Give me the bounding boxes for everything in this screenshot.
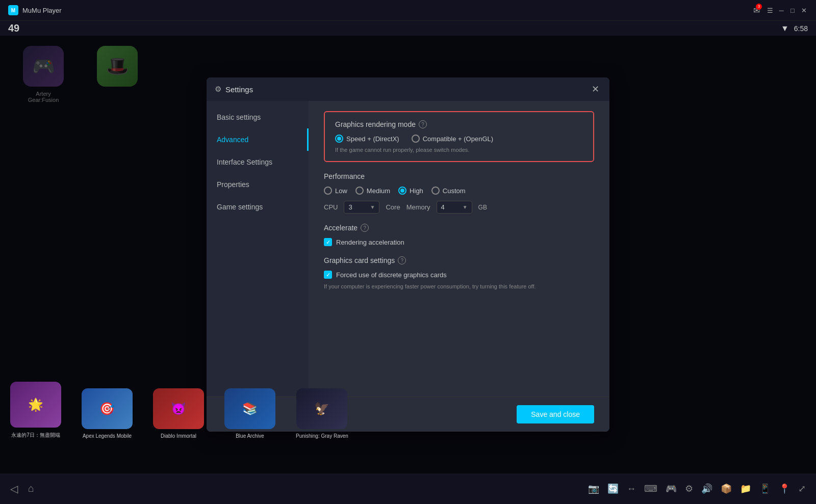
punishing-label: Punishing: Gray Raven bbox=[296, 433, 348, 439]
rendering-acceleration-row: ✓ Rendering acceleration bbox=[324, 238, 594, 246]
blue-archive-label: Blue Archive bbox=[236, 433, 264, 439]
radio-dot-speed bbox=[337, 137, 341, 141]
close-dialog-btn[interactable]: ✕ bbox=[589, 83, 601, 95]
radio-circle-high bbox=[398, 187, 406, 195]
punishing-thumb: 🦅 bbox=[296, 388, 347, 429]
radio-circle-speed bbox=[335, 135, 343, 143]
accelerate-section: Accelerate ? ✓ Rendering acceleration bbox=[324, 224, 594, 246]
dialog-body: Basic settings Advanced Interface Settin… bbox=[207, 101, 609, 396]
sidebar-item-advanced[interactable]: Advanced bbox=[207, 128, 309, 151]
radio-label-low: Low bbox=[335, 187, 347, 195]
settings-content: Graphics rendering mode ? Speed + (Direc… bbox=[309, 101, 609, 396]
settings-icon[interactable]: ⚙ bbox=[685, 483, 693, 494]
forced-discrete-row: ✓ Forced use of discrete graphics cards bbox=[324, 271, 594, 279]
sidebar-item-game-settings[interactable]: Game settings bbox=[207, 196, 309, 218]
graphics-card-help[interactable]: ? bbox=[398, 256, 406, 264]
rendering-acceleration-checkbox[interactable]: ✓ bbox=[324, 238, 332, 246]
radio-speed-directx[interactable]: Speed + (DirectX) bbox=[335, 135, 399, 143]
performance-section: Performance Low Medium bbox=[324, 172, 594, 214]
volume-icon[interactable]: 🔊 bbox=[701, 483, 712, 494]
battery-number: 49 bbox=[8, 22, 19, 34]
accelerate-title: Accelerate ? bbox=[324, 224, 594, 232]
memory-label: Memory bbox=[406, 203, 430, 211]
status-bar: 49 ▼ 6:58 bbox=[0, 20, 816, 36]
rendering-acceleration-label: Rendering acceleration bbox=[336, 238, 404, 246]
back-icon[interactable]: ◁ bbox=[10, 483, 18, 495]
cpu-label: CPU bbox=[324, 203, 338, 211]
home-icon[interactable]: ⌂ bbox=[28, 483, 34, 495]
forced-check-mark: ✓ bbox=[326, 272, 330, 278]
cpu-select[interactable]: 3 ▼ bbox=[344, 201, 379, 214]
maximize-btn[interactable]: □ bbox=[788, 6, 797, 14]
core-label: Core bbox=[386, 203, 400, 211]
sidebar-item-properties[interactable]: Properties bbox=[207, 173, 309, 196]
memory-value: 4 bbox=[441, 203, 445, 211]
gear-icon: ⚙ bbox=[215, 85, 221, 94]
accelerate-help[interactable]: ? bbox=[361, 224, 369, 232]
screen-record-icon[interactable]: 📷 bbox=[588, 483, 599, 494]
main-area: 🎮 Artery Gear:Fusion 🎩 ⚙ Settings ✕ bbox=[0, 36, 816, 473]
cpu-value: 3 bbox=[348, 203, 352, 211]
app-title: MuMu Player bbox=[22, 7, 62, 14]
window-controls: ✉ 3 ☰ ─ □ ✕ bbox=[753, 6, 808, 15]
graphics-card-title: Graphics card settings ? bbox=[324, 256, 594, 264]
sidebar-item-basic-settings[interactable]: Basic settings bbox=[207, 106, 309, 128]
blue-archive-thumb: 📚 bbox=[224, 388, 275, 429]
game-thumb-apex[interactable]: 🎯 Apex Legends Mobile bbox=[82, 388, 133, 439]
radio-perf-low[interactable]: Low bbox=[324, 187, 347, 195]
radio-label-custom: Custom bbox=[443, 187, 466, 195]
share-icon[interactable]: ↔ bbox=[627, 484, 636, 494]
cpu-memory-row: CPU 3 ▼ Core Memory 4 ▼ GB bbox=[324, 201, 594, 214]
radio-label-compat: Compatible + (OpenGL) bbox=[423, 135, 493, 143]
apk-icon[interactable]: 📦 bbox=[721, 483, 732, 494]
radio-dot-high bbox=[400, 189, 404, 193]
status-right: ▼ 6:58 bbox=[781, 24, 808, 33]
eternal-label: 永遠的7日：無盡開端 bbox=[11, 432, 60, 439]
memory-select[interactable]: 4 ▼ bbox=[437, 201, 472, 214]
check-mark: ✓ bbox=[326, 239, 330, 246]
game-thumb-punishing[interactable]: 🦅 Punishing: Gray Raven bbox=[296, 388, 348, 439]
game-thumb-blue-archive[interactable]: 📚 Blue Archive bbox=[224, 388, 275, 439]
radio-circle-custom bbox=[431, 187, 440, 195]
dialog-title-row: ⚙ Settings bbox=[215, 85, 253, 94]
wifi-icon: ▼ bbox=[781, 24, 789, 33]
time-display: 6:58 bbox=[794, 24, 808, 33]
phone-icon[interactable]: 📱 bbox=[759, 483, 771, 494]
menu-btn[interactable]: ☰ bbox=[766, 6, 774, 14]
memory-arrow: ▼ bbox=[463, 204, 468, 210]
radio-perf-medium[interactable]: Medium bbox=[355, 187, 390, 195]
game-thumb-eternal[interactable]: 🌟 永遠的7日：無盡開端 bbox=[10, 382, 61, 439]
notification-icon[interactable]: ✉ 3 bbox=[753, 6, 760, 15]
radio-perf-custom[interactable]: Custom bbox=[431, 187, 466, 195]
notification-badge: 3 bbox=[756, 4, 762, 10]
sidebar-item-interface-settings[interactable]: Interface Settings bbox=[207, 151, 309, 173]
radio-perf-high[interactable]: High bbox=[398, 187, 423, 195]
rendering-mode-hint: If the game cannot run properly, please … bbox=[335, 147, 583, 153]
performance-title: Performance bbox=[324, 172, 594, 180]
location-icon[interactable]: 📍 bbox=[779, 483, 790, 494]
close-btn-top[interactable]: ✕ bbox=[800, 6, 808, 14]
settings-sidebar: Basic settings Advanced Interface Settin… bbox=[207, 101, 309, 396]
refresh-icon[interactable]: 🔄 bbox=[607, 483, 619, 494]
apex-thumb: 🎯 bbox=[82, 388, 133, 429]
settings-dialog: ⚙ Settings ✕ Basic settings Advanced Int… bbox=[207, 77, 609, 432]
keyboard-icon[interactable]: ⌨ bbox=[644, 483, 657, 494]
diablo-thumb: 👿 bbox=[153, 388, 204, 429]
rendering-mode-help[interactable]: ? bbox=[419, 120, 427, 128]
expand-icon[interactable]: ⤢ bbox=[798, 483, 806, 494]
radio-compatible-opengl[interactable]: Compatible + (OpenGL) bbox=[412, 135, 493, 143]
forced-discrete-checkbox[interactable]: ✓ bbox=[324, 271, 332, 279]
minimize-btn[interactable]: ─ bbox=[777, 6, 785, 14]
apex-label: Apex Legends Mobile bbox=[83, 433, 132, 439]
radio-label-medium: Medium bbox=[367, 187, 390, 195]
dialog-title: Settings bbox=[225, 85, 253, 94]
graphics-card-section: Graphics card settings ? ✓ Forced use of… bbox=[324, 256, 594, 290]
game-thumb-diablo[interactable]: 👿 Diablo Immortal bbox=[153, 388, 204, 439]
graphics-warn-text: If your computer is experiencing faster … bbox=[324, 283, 594, 290]
gamepad-icon[interactable]: 🎮 bbox=[666, 483, 677, 494]
folder-icon[interactable]: 📁 bbox=[740, 483, 751, 494]
performance-options: Low Medium High bbox=[324, 187, 594, 195]
rendering-mode-section: Graphics rendering mode ? Speed + (Direc… bbox=[324, 111, 594, 162]
forced-discrete-label: Forced use of discrete graphics cards bbox=[336, 271, 447, 279]
radio-label-high: High bbox=[410, 187, 423, 195]
